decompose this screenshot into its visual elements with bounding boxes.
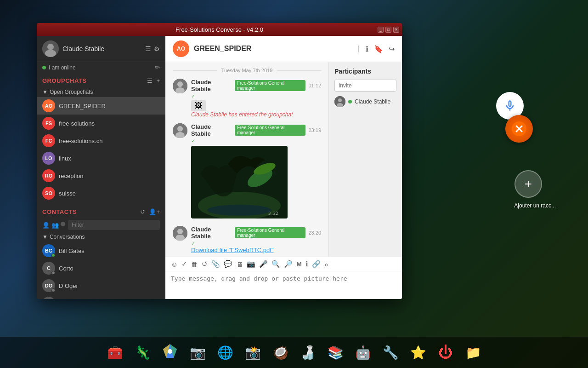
filter-person-icon[interactable]: 👤 (42, 222, 50, 229)
emoji-toolbar-icon[interactable]: ☺ (171, 260, 178, 268)
status-indicator (42, 66, 46, 69)
menu-icon[interactable]: ☰ (145, 45, 151, 52)
check-toolbar-icon[interactable]: ✓ (181, 260, 187, 268)
video-toolbar-icon[interactable]: 📷 (247, 260, 255, 268)
msg-check-2: ✓ (191, 138, 321, 144)
bookmark-icon[interactable]: 🔖 (374, 45, 383, 53)
maximize-button[interactable]: □ (385, 27, 391, 33)
info-toolbar-icon[interactable]: ℹ (305, 260, 308, 268)
close-button[interactable]: ✕ (393, 27, 399, 33)
message-input[interactable] (171, 275, 396, 293)
participants-title: Participants (334, 68, 396, 75)
contacts-section: CONTACTS ↺ 👤+ 👤 👥 (37, 206, 165, 299)
taskbar-robot[interactable]: 🤖 (351, 340, 375, 365)
invite-input[interactable] (334, 80, 396, 92)
groupchat-item-free-solutions-ch[interactable]: FC free-solutions.ch (37, 132, 165, 150)
msg-sender-2: Claude Stabile (191, 123, 232, 137)
groupchat-item-linux[interactable]: LO linux (37, 150, 165, 167)
svg-point-3 (45, 50, 56, 57)
contacts-icons: ↺ 👤+ (140, 208, 160, 215)
contacts-add-icon[interactable]: 👤+ (149, 208, 160, 215)
link-toolbar-icon[interactable]: 🔗 (312, 260, 321, 268)
contact-avatar-pascal-kotte: PK (42, 297, 55, 299)
taskbar-folder[interactable]: 📁 (461, 340, 486, 365)
attach-toolbar-icon[interactable]: 📎 (211, 260, 220, 268)
delete-toolbar-icon[interactable]: 🗑 (191, 260, 198, 268)
groupchat-item-GREEN_SPIDER[interactable]: AO GREEN_SPIDER (37, 97, 165, 115)
msg-avatar-1 (173, 79, 187, 93)
edit-status-icon[interactable]: ✏ (155, 64, 160, 71)
m-toolbar-icon[interactable]: M (296, 260, 302, 268)
add-shortcut-button[interactable]: + (514, 170, 542, 198)
chat-area: AO GREEN_SPIDER | ℹ 🔖 ↪ Tuesday May 7th … (165, 36, 402, 299)
date-separator: Tuesday May 7th 2019 (173, 68, 321, 73)
taskbar-camera2[interactable]: 📸 (240, 340, 265, 365)
conversations-toggle[interactable]: ▼ Conversations (37, 232, 165, 242)
groupchat-avatar-reception: RO (42, 169, 55, 182)
sidebar: Claude Stabile ☰ ⚙ I am online ✏ GROUPCH… (37, 36, 165, 299)
contacts-filter-input[interactable] (68, 220, 160, 230)
taskbar-photos[interactable] (158, 340, 182, 365)
contact-status-corto (51, 271, 55, 275)
info-icon[interactable]: ℹ (366, 45, 368, 53)
open-groupchats-toggle[interactable]: ▼ Open Groupchats (37, 87, 165, 97)
contact-item-corto[interactable]: C Corto (37, 259, 165, 277)
contacts-refresh-icon[interactable]: ↺ (140, 208, 145, 215)
chat-header: AO GREEN_SPIDER | ℹ 🔖 ↪ (165, 36, 402, 62)
groupchats-add-icon[interactable]: + (156, 77, 160, 84)
taskbar-tools[interactable]: 🔧 (378, 340, 403, 365)
taskbar-book[interactable]: 📚 (323, 340, 348, 365)
taskbar-coconut[interactable]: 🥥 (268, 340, 293, 365)
refresh-toolbar-icon[interactable]: ↺ (202, 260, 208, 268)
share-icon[interactable]: ↪ (389, 45, 395, 53)
taskbar-power[interactable]: ⏻ (433, 340, 458, 365)
msg-time-3: 23:20 (308, 230, 321, 236)
taskbar-bottle[interactable]: 🍶 (295, 340, 320, 365)
groupchat-avatar-suisse: SO (42, 187, 55, 200)
filter-dot-icon[interactable] (61, 222, 65, 226)
groupchat-item-free-solutions[interactable]: FS free-solutions (37, 115, 165, 132)
zoom-toolbar-icon[interactable]: 🔎 (284, 260, 293, 268)
contact-avatar-bill-gates: BG (42, 244, 55, 257)
groupchat-avatar-free-solutions: FS (42, 117, 55, 130)
msg-content-2: Claude Stabile Free-Solutions General ma… (191, 123, 321, 220)
chat-group-name: GREEN_SPIDER (194, 45, 351, 53)
groupchat-item-suisse[interactable]: SO suisse (37, 184, 165, 202)
contact-item-pascal-kotte[interactable]: PK Pascal Kotte (37, 294, 165, 299)
taskbar-gecko[interactable]: 🦎 (130, 340, 155, 365)
contact-name-corto: Corto (59, 265, 74, 272)
taskbar-camera[interactable]: 📷 (185, 340, 210, 365)
svg-point-5 (177, 81, 183, 87)
groupchat-item-reception[interactable]: RO reception (37, 167, 165, 184)
msg-image-2[interactable]: 3.22 (191, 146, 288, 218)
taskbar-star[interactable]: ⭐ (406, 340, 430, 365)
minimize-button[interactable]: _ (378, 27, 384, 33)
groupchat-label-GREEN_SPIDER: GREEN_SPIDER (59, 103, 106, 109)
cross-icon[interactable] (505, 115, 533, 143)
taskbar-toolbox[interactable]: 🧰 (102, 340, 127, 365)
msg-content-1: Claude Stabile Free-Solutions General ma… (191, 79, 321, 118)
msg-sender-3: Claude Stabile (191, 226, 232, 240)
screen-toolbar-icon[interactable]: 🖥 (236, 260, 243, 268)
more-toolbar-icon[interactable]: » (324, 260, 328, 268)
groupchats-list-icon[interactable]: ☰ (147, 77, 153, 84)
contact-item-d-oger[interactable]: DO D Oger (37, 277, 165, 294)
search-toolbar-icon[interactable]: 🔍 (271, 260, 280, 268)
app-title: Free-Solutions Converse - v4.2.0 (175, 26, 263, 33)
participants-panel: Participants Claude Stabile (328, 62, 402, 257)
msg-link-3[interactable]: Download file "FSwebRTC.pdf" (191, 247, 321, 253)
taskbar-globe[interactable]: 🌐 (213, 340, 237, 365)
msg-header-2: Claude Stabile Free-Solutions General ma… (191, 123, 321, 137)
filter-group-icon[interactable]: 👥 (51, 222, 59, 229)
user-name: Claude Stabile (62, 45, 141, 52)
chat-toolbar-icon[interactable]: 💬 (224, 260, 232, 268)
mic-toolbar-icon[interactable]: 🎤 (259, 260, 268, 268)
sidebar-scroll[interactable]: GROUPCHATS ☰ + ▼ Open Groupchats AO GREE… (37, 75, 165, 299)
groupchats-title: GROUPCHATS (42, 77, 86, 84)
msg-image-placeholder-2: 3.22 (191, 146, 288, 218)
msg-badge-2: Free-Solutions General manager (235, 125, 306, 136)
contact-item-bill-gates[interactable]: BG Bill Gates (37, 242, 165, 259)
svg-text:3.22: 3.22 (268, 211, 278, 216)
settings-icon[interactable]: ⚙ (154, 45, 160, 52)
status-bar: I am online ✏ (37, 62, 165, 75)
